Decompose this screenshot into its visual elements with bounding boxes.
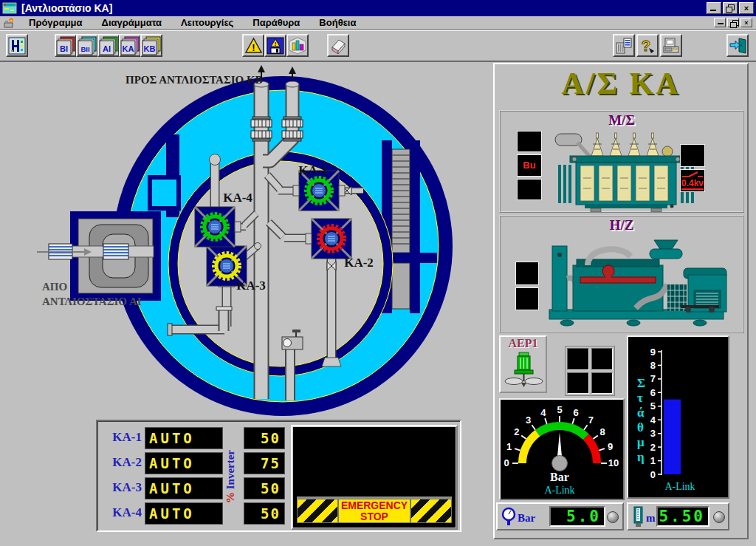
- breaker-voltage-label: 0.4kv: [681, 178, 704, 190]
- program-icon[interactable]: [3, 17, 15, 29]
- svg-text:1: 1: [650, 455, 656, 466]
- generator-status: [515, 262, 539, 310]
- flow-arrow-up: [258, 65, 265, 72]
- minimize-icon[interactable]: [707, 2, 721, 14]
- svg-text:10: 10: [608, 457, 619, 468]
- transformer-panel: Μ/Σ Bu: [499, 110, 744, 213]
- pressure-readout-led[interactable]: [607, 511, 619, 523]
- row-label-ka-1: ΚΑ-1: [100, 430, 142, 445]
- restore-icon[interactable]: [723, 2, 738, 14]
- inverter-display-ka-2[interactable]: 75: [244, 452, 285, 474]
- row-label-ka-2: ΚΑ-2: [100, 455, 142, 470]
- level-link-label: A-Link: [664, 481, 695, 492]
- alarm-log-button[interactable]: !: [264, 34, 286, 57]
- level-label-letter: θ: [637, 420, 644, 434]
- transformer-status-right: 0.4kv: [680, 144, 705, 192]
- pump-label-ka-4: ΚΑ-4: [223, 191, 252, 205]
- exit-button[interactable]: [726, 34, 749, 57]
- svg-text:?: ?: [642, 37, 651, 54]
- level-indicator: Σ τ ά θ μ η 9 8 7 6 5: [627, 335, 729, 499]
- emergency-hazard-bar: EMERGENCY STOP: [297, 496, 452, 523]
- to-station-label: ΠΡΟΣ ΑΝΤΛΙΟΣΤΑΣΙΟ ΚΒ: [126, 74, 263, 86]
- svg-text:2: 2: [650, 442, 656, 453]
- pane: [567, 348, 589, 370]
- mode-display-ka-2[interactable]: AUTO: [145, 452, 223, 474]
- inverter-display-ka-4[interactable]: 50: [244, 502, 285, 525]
- system-button[interactable]: [613, 34, 635, 57]
- mode-display-ka-1[interactable]: AUTO: [145, 427, 223, 449]
- inverter-column-label: % Inverter: [224, 429, 241, 525]
- page-button-bi[interactable]: BI: [55, 34, 77, 57]
- svg-text:6: 6: [650, 387, 656, 398]
- status-cell: [517, 131, 542, 152]
- status-cell: [515, 262, 539, 285]
- overview-map-button[interactable]: [6, 34, 28, 57]
- level-readout-value[interactable]: 5.50: [656, 506, 709, 527]
- mode-display-ka-4[interactable]: AUTO: [145, 502, 223, 525]
- generator-title: Η/Ζ: [501, 217, 743, 233]
- svg-text:4: 4: [650, 414, 656, 426]
- menu-windows[interactable]: Παράθυρα: [243, 17, 309, 28]
- aerator-title: ΑΕΡ1: [501, 337, 546, 350]
- pressure-readout-value[interactable]: 5.0: [549, 506, 605, 527]
- tank-diagram: ΠΡΟΣ ΑΝΤΛΙΟΣΤΑΣΙΟ ΚΒ ΑΠΟ ΑΝΤΛΙΟΣΤΑΣΙΟ ΑΙ…: [0, 62, 492, 418]
- bell-mouth: [322, 358, 341, 366]
- mdi-close-icon[interactable]: ×: [740, 18, 752, 27]
- transformer-status-left: Bu: [517, 131, 542, 200]
- inverter-display-ka-1[interactable]: 50: [244, 427, 285, 449]
- mdi-minimize-icon[interactable]: [714, 18, 726, 27]
- window-pane-indicator: [565, 346, 615, 396]
- gauge-unit-label: Bar: [550, 471, 569, 483]
- exit-icon: [729, 37, 747, 55]
- row-label-ka-3: ΚΑ-3: [100, 480, 142, 495]
- charts-button[interactable]: [286, 34, 309, 57]
- menu-diagrams[interactable]: Διαγράμματα: [92, 17, 172, 28]
- clear-button[interactable]: [327, 34, 349, 57]
- level-readout-led[interactable]: [713, 511, 725, 523]
- breaker-04kv-cell[interactable]: 0.4kv: [680, 169, 705, 192]
- mdi-restore-icon[interactable]: [727, 18, 739, 27]
- svg-text:AI: AI: [103, 44, 111, 52]
- level-readout-label: m: [646, 512, 656, 525]
- pressure-readout-label: Bar: [518, 512, 535, 525]
- menu-program[interactable]: Πρόγραμμα: [19, 17, 92, 28]
- svg-text:8: 8: [650, 360, 656, 371]
- alarms-button[interactable]: !: [242, 34, 264, 57]
- page-button-ai[interactable]: AI: [97, 34, 120, 57]
- level-meter-icon: [633, 506, 644, 528]
- emergency-stop-panel[interactable]: EMERGENCY STOP: [291, 425, 458, 530]
- help-button[interactable]: ?: [636, 34, 659, 57]
- system-info-icon: [615, 37, 633, 55]
- station-title: Α/Σ ΚΑ: [495, 66, 747, 101]
- page-button-bii[interactable]: BII: [76, 34, 98, 57]
- emergency-line1: EMERGENCY: [341, 500, 408, 511]
- overview-map-icon: [8, 37, 26, 55]
- page-button-ka[interactable]: KA: [119, 34, 141, 57]
- chart-3d-icon: [289, 37, 306, 55]
- pane: [591, 372, 614, 395]
- svg-text:6: 6: [574, 407, 579, 418]
- aerator-panel: ΑΕΡ1: [499, 335, 547, 393]
- pump-ka-2[interactable]: [306, 219, 351, 259]
- generator-panel: Η/Ζ: [499, 215, 744, 333]
- aerator-icon[interactable]: [501, 350, 546, 389]
- level-label-letter: τ: [637, 391, 643, 405]
- pump-label-ka-1: ΚΑ-1: [298, 163, 328, 177]
- fax-button[interactable]: [660, 34, 682, 57]
- generator-graphic: [543, 234, 737, 330]
- emergency-line2: STOP: [360, 511, 388, 522]
- mode-display-ka-3[interactable]: AUTO: [145, 477, 223, 499]
- svg-text:2: 2: [514, 426, 519, 437]
- inverter-display-ka-3[interactable]: 50: [244, 477, 285, 499]
- status-cell: [680, 144, 705, 167]
- bu-status-cell[interactable]: Bu: [517, 154, 542, 176]
- close-icon[interactable]: ×: [739, 2, 754, 14]
- page-button-kb[interactable]: KB: [140, 34, 162, 57]
- svg-text:0: 0: [504, 457, 509, 468]
- pump-ka-4[interactable]: [195, 207, 241, 247]
- menu-help[interactable]: Βοήθεια: [309, 17, 365, 28]
- svg-text:5: 5: [650, 400, 656, 412]
- app-icon[interactable]: [2, 2, 17, 14]
- status-cell: [517, 179, 542, 200]
- menu-operations[interactable]: Λειτουργίες: [171, 17, 243, 28]
